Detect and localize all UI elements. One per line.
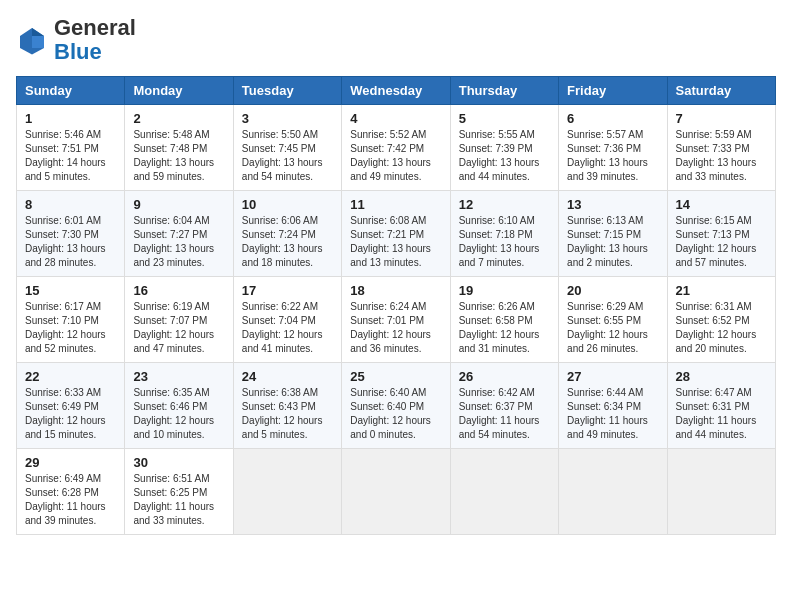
- weekday-header: Wednesday: [342, 77, 450, 105]
- calendar-day-cell: 5 Sunrise: 5:55 AM Sunset: 7:39 PM Dayli…: [450, 105, 558, 191]
- calendar-day-cell: 10 Sunrise: 6:06 AM Sunset: 7:24 PM Dayl…: [233, 191, 341, 277]
- sunrise-text: Sunrise: 6:49 AM: [25, 473, 101, 484]
- weekday-header: Monday: [125, 77, 233, 105]
- daylight-text: Daylight: 13 hours and 49 minutes.: [350, 157, 431, 182]
- calendar-day-cell: 22 Sunrise: 6:33 AM Sunset: 6:49 PM Dayl…: [17, 363, 125, 449]
- daylight-text: Daylight: 12 hours and 47 minutes.: [133, 329, 214, 354]
- sunset-text: Sunset: 7:15 PM: [567, 229, 641, 240]
- day-number: 14: [676, 197, 767, 212]
- day-number: 6: [567, 111, 658, 126]
- day-number: 28: [676, 369, 767, 384]
- day-info: Sunrise: 6:49 AM Sunset: 6:28 PM Dayligh…: [25, 472, 116, 528]
- day-number: 20: [567, 283, 658, 298]
- sunset-text: Sunset: 6:37 PM: [459, 401, 533, 412]
- sunset-text: Sunset: 7:39 PM: [459, 143, 533, 154]
- day-number: 15: [25, 283, 116, 298]
- day-number: 27: [567, 369, 658, 384]
- day-number: 17: [242, 283, 333, 298]
- daylight-text: Daylight: 12 hours and 31 minutes.: [459, 329, 540, 354]
- day-info: Sunrise: 5:50 AM Sunset: 7:45 PM Dayligh…: [242, 128, 333, 184]
- daylight-text: Daylight: 13 hours and 54 minutes.: [242, 157, 323, 182]
- calendar-day-cell: 14 Sunrise: 6:15 AM Sunset: 7:13 PM Dayl…: [667, 191, 775, 277]
- day-info: Sunrise: 6:08 AM Sunset: 7:21 PM Dayligh…: [350, 214, 441, 270]
- calendar-day-cell: 3 Sunrise: 5:50 AM Sunset: 7:45 PM Dayli…: [233, 105, 341, 191]
- day-info: Sunrise: 6:19 AM Sunset: 7:07 PM Dayligh…: [133, 300, 224, 356]
- sunset-text: Sunset: 7:42 PM: [350, 143, 424, 154]
- day-number: 10: [242, 197, 333, 212]
- daylight-text: Daylight: 11 hours and 39 minutes.: [25, 501, 106, 526]
- day-info: Sunrise: 6:01 AM Sunset: 7:30 PM Dayligh…: [25, 214, 116, 270]
- day-info: Sunrise: 6:35 AM Sunset: 6:46 PM Dayligh…: [133, 386, 224, 442]
- day-info: Sunrise: 6:51 AM Sunset: 6:25 PM Dayligh…: [133, 472, 224, 528]
- daylight-text: Daylight: 13 hours and 2 minutes.: [567, 243, 648, 268]
- calendar-day-cell: 29 Sunrise: 6:49 AM Sunset: 6:28 PM Dayl…: [17, 449, 125, 535]
- day-number: 13: [567, 197, 658, 212]
- sunset-text: Sunset: 6:34 PM: [567, 401, 641, 412]
- sunrise-text: Sunrise: 5:59 AM: [676, 129, 752, 140]
- daylight-text: Daylight: 12 hours and 15 minutes.: [25, 415, 106, 440]
- day-info: Sunrise: 6:04 AM Sunset: 7:27 PM Dayligh…: [133, 214, 224, 270]
- weekday-header: Thursday: [450, 77, 558, 105]
- sunset-text: Sunset: 7:13 PM: [676, 229, 750, 240]
- calendar-day-cell: 8 Sunrise: 6:01 AM Sunset: 7:30 PM Dayli…: [17, 191, 125, 277]
- calendar-day-cell: 9 Sunrise: 6:04 AM Sunset: 7:27 PM Dayli…: [125, 191, 233, 277]
- sunset-text: Sunset: 7:27 PM: [133, 229, 207, 240]
- day-number: 9: [133, 197, 224, 212]
- daylight-text: Daylight: 11 hours and 44 minutes.: [676, 415, 757, 440]
- day-info: Sunrise: 6:47 AM Sunset: 6:31 PM Dayligh…: [676, 386, 767, 442]
- sunset-text: Sunset: 7:33 PM: [676, 143, 750, 154]
- calendar-day-cell: [233, 449, 341, 535]
- day-info: Sunrise: 6:31 AM Sunset: 6:52 PM Dayligh…: [676, 300, 767, 356]
- daylight-text: Daylight: 12 hours and 41 minutes.: [242, 329, 323, 354]
- sunrise-text: Sunrise: 6:42 AM: [459, 387, 535, 398]
- sunset-text: Sunset: 6:43 PM: [242, 401, 316, 412]
- day-number: 11: [350, 197, 441, 212]
- sunset-text: Sunset: 6:28 PM: [25, 487, 99, 498]
- sunrise-text: Sunrise: 5:46 AM: [25, 129, 101, 140]
- calendar-day-cell: 20 Sunrise: 6:29 AM Sunset: 6:55 PM Dayl…: [559, 277, 667, 363]
- calendar-day-cell: 4 Sunrise: 5:52 AM Sunset: 7:42 PM Dayli…: [342, 105, 450, 191]
- day-number: 5: [459, 111, 550, 126]
- sunset-text: Sunset: 7:18 PM: [459, 229, 533, 240]
- calendar-week-row: 8 Sunrise: 6:01 AM Sunset: 7:30 PM Dayli…: [17, 191, 776, 277]
- sunset-text: Sunset: 6:46 PM: [133, 401, 207, 412]
- day-info: Sunrise: 5:52 AM Sunset: 7:42 PM Dayligh…: [350, 128, 441, 184]
- sunset-text: Sunset: 6:40 PM: [350, 401, 424, 412]
- calendar-day-cell: 25 Sunrise: 6:40 AM Sunset: 6:40 PM Dayl…: [342, 363, 450, 449]
- daylight-text: Daylight: 13 hours and 33 minutes.: [676, 157, 757, 182]
- sunrise-text: Sunrise: 6:26 AM: [459, 301, 535, 312]
- sunrise-text: Sunrise: 6:06 AM: [242, 215, 318, 226]
- sunrise-text: Sunrise: 5:48 AM: [133, 129, 209, 140]
- logo-blue-text: Blue: [54, 39, 102, 64]
- day-number: 18: [350, 283, 441, 298]
- sunrise-text: Sunrise: 5:57 AM: [567, 129, 643, 140]
- day-info: Sunrise: 6:17 AM Sunset: 7:10 PM Dayligh…: [25, 300, 116, 356]
- daylight-text: Daylight: 12 hours and 5 minutes.: [242, 415, 323, 440]
- sunset-text: Sunset: 6:25 PM: [133, 487, 207, 498]
- logo-general-text: General: [54, 15, 136, 40]
- day-number: 1: [25, 111, 116, 126]
- sunrise-text: Sunrise: 6:29 AM: [567, 301, 643, 312]
- sunrise-text: Sunrise: 6:10 AM: [459, 215, 535, 226]
- calendar-day-cell: 19 Sunrise: 6:26 AM Sunset: 6:58 PM Dayl…: [450, 277, 558, 363]
- daylight-text: Daylight: 11 hours and 54 minutes.: [459, 415, 540, 440]
- calendar-day-cell: 18 Sunrise: 6:24 AM Sunset: 7:01 PM Dayl…: [342, 277, 450, 363]
- calendar-day-cell: 2 Sunrise: 5:48 AM Sunset: 7:48 PM Dayli…: [125, 105, 233, 191]
- sunset-text: Sunset: 7:30 PM: [25, 229, 99, 240]
- day-info: Sunrise: 6:24 AM Sunset: 7:01 PM Dayligh…: [350, 300, 441, 356]
- day-info: Sunrise: 5:46 AM Sunset: 7:51 PM Dayligh…: [25, 128, 116, 184]
- sunset-text: Sunset: 7:24 PM: [242, 229, 316, 240]
- day-number: 26: [459, 369, 550, 384]
- weekday-header: Friday: [559, 77, 667, 105]
- sunrise-text: Sunrise: 6:15 AM: [676, 215, 752, 226]
- daylight-text: Daylight: 12 hours and 57 minutes.: [676, 243, 757, 268]
- calendar-day-cell: 1 Sunrise: 5:46 AM Sunset: 7:51 PM Dayli…: [17, 105, 125, 191]
- calendar-week-row: 1 Sunrise: 5:46 AM Sunset: 7:51 PM Dayli…: [17, 105, 776, 191]
- logo-icon: [16, 24, 48, 56]
- day-number: 16: [133, 283, 224, 298]
- sunrise-text: Sunrise: 6:40 AM: [350, 387, 426, 398]
- sunset-text: Sunset: 7:36 PM: [567, 143, 641, 154]
- day-number: 30: [133, 455, 224, 470]
- calendar-day-cell: [450, 449, 558, 535]
- day-info: Sunrise: 6:22 AM Sunset: 7:04 PM Dayligh…: [242, 300, 333, 356]
